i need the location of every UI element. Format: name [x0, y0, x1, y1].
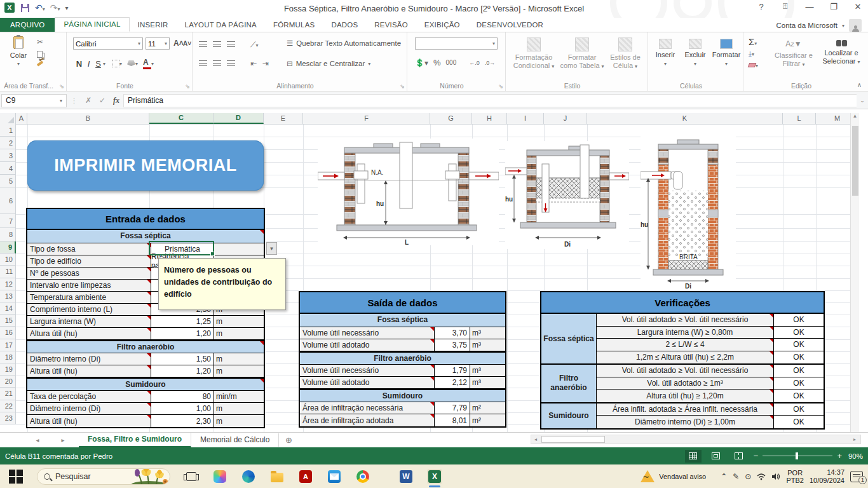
confirm-entry-icon[interactable]: ✓ [95, 96, 109, 105]
entrada-row-label[interactable]: Nº de pessoas [27, 268, 151, 279]
align-right-icon[interactable] [227, 60, 235, 67]
verificacoes-condition[interactable]: Altura útil (hu) ≥ 1,20m [597, 390, 774, 402]
increase-font-icon[interactable]: A˄ [173, 39, 184, 48]
insert-cells-button[interactable]: Inserir▾ [651, 39, 679, 68]
column-header-G[interactable]: G [430, 113, 472, 124]
row-header-2[interactable]: 2 [0, 137, 16, 149]
notification-center-icon[interactable]: 1 [850, 471, 863, 482]
verificacoes-condition[interactable]: Diâmetro interno (Di) ≥ 1,00m [597, 416, 774, 428]
sort-filter-button[interactable]: AZ▼ Classificar e Filtrar ▾ [771, 40, 816, 69]
entrada-row-label[interactable]: Altura útil (hu) [27, 365, 151, 377]
verificacoes-condition[interactable]: 1,2m ≤ Altura útil (hu) ≤ 2,2m [597, 351, 774, 364]
scroll-left-icon[interactable]: ◂ [531, 437, 540, 442]
verificacoes-condition[interactable]: Área infilt. adotada ≥ Área infilt. nece… [597, 403, 774, 416]
volume-icon[interactable] [771, 473, 780, 480]
row-header-5[interactable]: 5 [0, 175, 16, 187]
entrada-row-label[interactable]: Taxa de percolação [27, 391, 151, 402]
row-header-22[interactable]: 22 [0, 400, 16, 412]
decrease-font-icon[interactable]: A˅ [183, 40, 191, 47]
merge-center-button[interactable]: Mesclar e Centralizar [296, 60, 365, 67]
saida-row-value[interactable]: 1,79 [435, 365, 470, 376]
row-header-18[interactable]: 18 [0, 351, 16, 363]
row-header-13[interactable]: 13 [0, 290, 16, 302]
imprimir-memorial-button[interactable]: IMPRIMIR MEMORIAL [27, 140, 264, 191]
tab-dados[interactable]: DADOS [323, 18, 366, 32]
saida-row-value[interactable]: 2,12 [435, 377, 470, 388]
conditional-formatting-button[interactable]: Formatação Condicional ▾ [510, 37, 558, 71]
column-header-D[interactable]: D [214, 113, 264, 124]
entrada-row-value[interactable]: 80 [151, 391, 214, 402]
zoom-thumb[interactable] [796, 452, 798, 459]
column-header-H[interactable]: H [472, 113, 507, 124]
row-header-15[interactable]: 15 [0, 315, 16, 327]
saida-row-label[interactable]: Área de infiltração necessária [300, 402, 435, 414]
entrada-row-value[interactable]: 1,50 [151, 353, 214, 365]
verificacoes-result[interactable]: OK [774, 351, 824, 364]
wrap-text-button[interactable]: Quebrar Texto Automaticamente [296, 39, 401, 47]
saida-row-value[interactable]: 7,79 [435, 402, 470, 414]
entrada-row-label[interactable]: Temperatura ambiente [27, 292, 151, 303]
column-header-L[interactable]: L [783, 113, 816, 124]
verificacoes-condition[interactable]: 2 ≤ L/W ≤ 4 [597, 339, 774, 351]
verificacoes-result[interactable]: OK [774, 339, 824, 351]
scroll-right-icon[interactable]: ▸ [850, 437, 859, 442]
clock[interactable]: 14:3710/09/2024 [810, 468, 844, 485]
close-button[interactable]: ✕ [850, 2, 865, 11]
verificacoes-condition[interactable]: Vol. útil adotado ≥ 1m³ [597, 377, 774, 390]
wifi-icon[interactable] [757, 473, 766, 480]
new-sheet-icon[interactable]: ⊕ [279, 435, 298, 445]
delete-cells-button[interactable]: Excluir▾ [681, 39, 709, 68]
bold-button[interactable]: N [74, 59, 84, 69]
data-validation-dropdown-button[interactable]: ▼ [266, 242, 277, 255]
zoom-level[interactable]: 90% [848, 452, 863, 460]
verificacoes-result[interactable]: OK [774, 327, 824, 339]
horizontal-scrollbar[interactable]: ◂ ▸ [531, 435, 861, 444]
align-left-icon[interactable] [199, 60, 207, 67]
avatar[interactable] [849, 19, 862, 32]
tab-formulas[interactable]: FÓRMULAS [265, 18, 323, 32]
copy-icon[interactable] [37, 51, 43, 58]
row-header-7[interactable]: 7 [0, 214, 16, 228]
tab-pagina-inicial[interactable]: PÁGINA INICIAL [55, 17, 129, 32]
merge-dropdown-icon[interactable]: ▾ [368, 61, 370, 67]
restore-button[interactable]: ❐ [826, 2, 841, 11]
zoom-out-icon[interactable]: − [754, 451, 759, 461]
verificacoes-condition[interactable]: Largura interna (W) ≥ 0,80m [597, 327, 774, 339]
sheet-tab-memorial[interactable]: Memorial de Cálculo [191, 433, 279, 447]
entrada-row-value[interactable]: 1,25 [151, 316, 214, 327]
mail-icon[interactable] [327, 469, 342, 484]
edge-icon[interactable] [241, 469, 256, 484]
insert-function-icon[interactable]: fx [109, 96, 123, 105]
formula-input[interactable]: Prismática [123, 94, 857, 107]
align-bottom-icon[interactable] [227, 41, 235, 48]
vertical-scrollbar[interactable]: ▲ [850, 113, 859, 432]
font-color-icon[interactable]: A [143, 58, 151, 69]
dialog-launcher-icon[interactable]: ⇘ [400, 83, 405, 90]
word-icon[interactable]: W [398, 469, 414, 484]
font-size-combo[interactable]: 11▾ [146, 37, 170, 50]
acrobat-icon[interactable]: A [298, 469, 313, 484]
entrada-row-label[interactable]: Comprimento interno (L) [27, 304, 151, 315]
autosum-icon[interactable]: Σ▾ [749, 36, 758, 47]
copilot-icon[interactable] [212, 469, 227, 484]
pen-icon[interactable]: ✎ [733, 472, 739, 481]
row-header-14[interactable]: 14 [0, 302, 16, 315]
zoom-slider[interactable]: − + [754, 451, 842, 461]
comma-format-button[interactable]: 000 [446, 59, 457, 66]
verificacoes-result[interactable]: OK [774, 390, 824, 402]
saida-row-label[interactable]: Volume útil adotado [300, 377, 435, 388]
saida-row-value[interactable]: 3,70 [435, 327, 470, 339]
file-explorer-icon[interactable] [269, 469, 285, 484]
underline-button[interactable]: S [93, 59, 103, 69]
sheet-nav-right-icon[interactable]: ▸ [56, 437, 70, 444]
tab-revisao[interactable]: REVISÃO [366, 18, 416, 32]
verificacoes-result[interactable]: OK [774, 416, 824, 428]
fill-icon[interactable]: ⤓▾ [749, 50, 758, 58]
expand-formula-bar-icon[interactable]: ⌄ [857, 97, 868, 104]
row-header-8[interactable]: 8 [0, 228, 16, 241]
row-header-6[interactable]: 6 [0, 187, 16, 214]
column-header-C[interactable]: C [149, 113, 214, 124]
entrada-row-label[interactable]: Diâmetro interno (Di) [27, 403, 151, 414]
entrada-row-label[interactable]: Altura útil (hu) [27, 415, 151, 427]
cell-styles-button[interactable]: Estilos de Célula ▾ [605, 37, 646, 71]
